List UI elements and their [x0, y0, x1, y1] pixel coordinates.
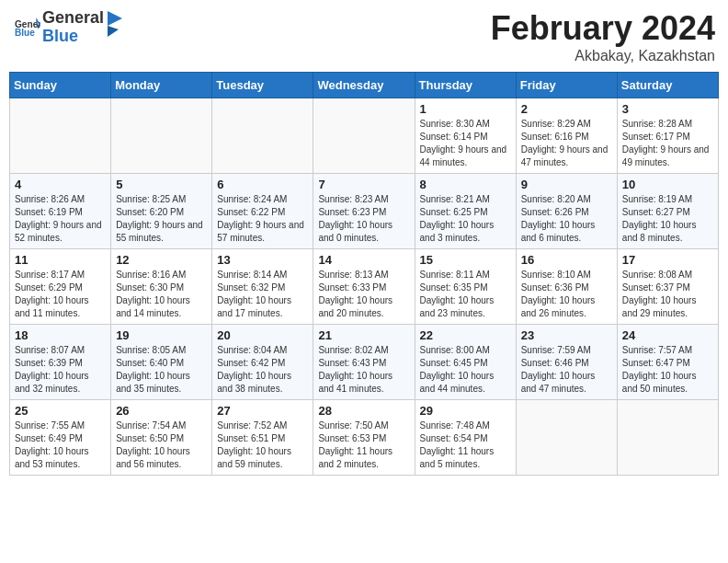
calendar-cell: 28Sunrise: 7:50 AM Sunset: 6:53 PM Dayli… — [313, 400, 415, 476]
calendar-cell: 17Sunrise: 8:08 AM Sunset: 6:37 PM Dayli… — [617, 249, 718, 325]
day-number: 28 — [318, 404, 409, 418]
day-number: 14 — [318, 253, 409, 267]
calendar-cell — [10, 98, 111, 174]
calendar-cell: 5Sunrise: 8:25 AM Sunset: 6:20 PM Daylig… — [111, 174, 212, 249]
day-number: 15 — [420, 253, 511, 267]
day-info: Sunrise: 8:07 AM Sunset: 6:39 PM Dayligh… — [15, 344, 106, 396]
calendar-cell: 24Sunrise: 7:57 AM Sunset: 6:47 PM Dayli… — [617, 325, 718, 400]
day-number: 3 — [622, 102, 713, 116]
day-number: 25 — [15, 404, 106, 418]
calendar-cell — [313, 98, 415, 174]
calendar-cell: 22Sunrise: 8:00 AM Sunset: 6:45 PM Dayli… — [415, 325, 516, 400]
calendar-table: SundayMondayTuesdayWednesdayThursdayFrid… — [9, 72, 719, 476]
day-number: 9 — [521, 178, 612, 191]
day-info: Sunrise: 7:59 AM Sunset: 6:46 PM Dayligh… — [521, 344, 612, 396]
day-info: Sunrise: 8:19 AM Sunset: 6:27 PM Dayligh… — [622, 193, 713, 245]
day-info: Sunrise: 8:16 AM Sunset: 6:30 PM Dayligh… — [116, 269, 207, 320]
day-number: 18 — [15, 328, 106, 342]
calendar-cell: 20Sunrise: 8:04 AM Sunset: 6:42 PM Dayli… — [212, 325, 313, 400]
day-info: Sunrise: 8:17 AM Sunset: 6:29 PM Dayligh… — [15, 269, 106, 320]
calendar-cell: 23Sunrise: 7:59 AM Sunset: 6:46 PM Dayli… — [516, 325, 617, 400]
day-info: Sunrise: 8:13 AM Sunset: 6:33 PM Dayligh… — [318, 269, 409, 320]
month-year-title: February 2024 — [491, 9, 715, 48]
logo: General Blue General Blue — [13, 9, 124, 46]
calendar-cell: 26Sunrise: 7:54 AM Sunset: 6:50 PM Dayli… — [111, 400, 212, 476]
logo-flag-icon — [106, 11, 124, 44]
calendar-week-row: 11Sunrise: 8:17 AM Sunset: 6:29 PM Dayli… — [10, 249, 719, 325]
day-info: Sunrise: 8:14 AM Sunset: 6:32 PM Dayligh… — [217, 269, 308, 320]
calendar-week-row: 18Sunrise: 8:07 AM Sunset: 6:39 PM Dayli… — [10, 325, 719, 400]
calendar-week-row: 25Sunrise: 7:55 AM Sunset: 6:49 PM Dayli… — [10, 400, 719, 476]
day-number: 27 — [217, 404, 308, 418]
day-number: 8 — [420, 178, 511, 191]
day-info: Sunrise: 8:08 AM Sunset: 6:37 PM Dayligh… — [622, 269, 713, 320]
day-number: 12 — [116, 253, 207, 267]
day-info: Sunrise: 8:04 AM Sunset: 6:42 PM Dayligh… — [217, 344, 308, 396]
day-number: 17 — [622, 253, 713, 267]
calendar-cell: 6Sunrise: 8:24 AM Sunset: 6:22 PM Daylig… — [212, 174, 313, 249]
day-number: 23 — [521, 328, 612, 342]
logo-general-text: General — [42, 9, 104, 28]
calendar-cell: 4Sunrise: 8:26 AM Sunset: 6:19 PM Daylig… — [10, 174, 111, 249]
calendar-week-row: 4Sunrise: 8:26 AM Sunset: 6:19 PM Daylig… — [10, 174, 719, 249]
day-number: 22 — [420, 328, 511, 342]
calendar-cell: 21Sunrise: 8:02 AM Sunset: 6:43 PM Dayli… — [313, 325, 415, 400]
day-info: Sunrise: 8:11 AM Sunset: 6:35 PM Dayligh… — [420, 269, 511, 320]
day-info: Sunrise: 7:48 AM Sunset: 6:54 PM Dayligh… — [420, 419, 511, 471]
weekday-header-sunday: Sunday — [10, 73, 111, 98]
calendar-cell: 1Sunrise: 8:30 AM Sunset: 6:14 PM Daylig… — [415, 98, 516, 174]
logo-blue-text: Blue — [42, 28, 104, 46]
day-number: 4 — [15, 178, 106, 191]
day-info: Sunrise: 7:55 AM Sunset: 6:49 PM Dayligh… — [15, 419, 106, 471]
calendar-cell: 13Sunrise: 8:14 AM Sunset: 6:32 PM Dayli… — [212, 249, 313, 325]
calendar-cell: 9Sunrise: 8:20 AM Sunset: 6:26 PM Daylig… — [516, 174, 617, 249]
calendar-cell: 12Sunrise: 8:16 AM Sunset: 6:30 PM Dayli… — [111, 249, 212, 325]
day-number: 21 — [318, 328, 409, 342]
calendar-cell: 19Sunrise: 8:05 AM Sunset: 6:40 PM Dayli… — [111, 325, 212, 400]
day-info: Sunrise: 8:00 AM Sunset: 6:45 PM Dayligh… — [420, 344, 511, 396]
calendar-cell: 16Sunrise: 8:10 AM Sunset: 6:36 PM Dayli… — [516, 249, 617, 325]
calendar-cell: 25Sunrise: 7:55 AM Sunset: 6:49 PM Dayli… — [10, 400, 111, 476]
day-number: 19 — [116, 328, 207, 342]
day-number: 2 — [521, 102, 612, 116]
weekday-header-monday: Monday — [111, 73, 212, 98]
calendar-cell: 10Sunrise: 8:19 AM Sunset: 6:27 PM Dayli… — [617, 174, 718, 249]
day-info: Sunrise: 8:21 AM Sunset: 6:25 PM Dayligh… — [420, 193, 511, 245]
day-number: 7 — [318, 178, 409, 191]
title-block: February 2024 Akbakay, Kazakhstan — [491, 9, 715, 64]
location-subtitle: Akbakay, Kazakhstan — [491, 48, 715, 64]
day-number: 13 — [217, 253, 308, 267]
calendar-cell: 11Sunrise: 8:17 AM Sunset: 6:29 PM Dayli… — [10, 249, 111, 325]
svg-text:Blue: Blue — [15, 28, 35, 38]
calendar-cell — [617, 400, 718, 476]
calendar-week-row: 1Sunrise: 8:30 AM Sunset: 6:14 PM Daylig… — [10, 98, 719, 174]
svg-marker-4 — [108, 11, 122, 26]
day-info: Sunrise: 8:26 AM Sunset: 6:19 PM Dayligh… — [15, 193, 106, 245]
calendar-cell: 29Sunrise: 7:48 AM Sunset: 6:54 PM Dayli… — [415, 400, 516, 476]
day-info: Sunrise: 8:24 AM Sunset: 6:22 PM Dayligh… — [217, 193, 308, 245]
day-info: Sunrise: 7:57 AM Sunset: 6:47 PM Dayligh… — [622, 344, 713, 396]
weekday-header-tuesday: Tuesday — [212, 73, 313, 98]
calendar-cell: 27Sunrise: 7:52 AM Sunset: 6:51 PM Dayli… — [212, 400, 313, 476]
calendar-cell: 2Sunrise: 8:29 AM Sunset: 6:16 PM Daylig… — [516, 98, 617, 174]
day-info: Sunrise: 7:52 AM Sunset: 6:51 PM Dayligh… — [217, 419, 308, 471]
calendar-cell — [111, 98, 212, 174]
day-info: Sunrise: 8:30 AM Sunset: 6:14 PM Dayligh… — [420, 118, 511, 169]
calendar-cell: 8Sunrise: 8:21 AM Sunset: 6:25 PM Daylig… — [415, 174, 516, 249]
day-number: 26 — [116, 404, 207, 418]
calendar-header-row: SundayMondayTuesdayWednesdayThursdayFrid… — [10, 73, 719, 98]
day-info: Sunrise: 8:02 AM Sunset: 6:43 PM Dayligh… — [318, 344, 409, 396]
day-info: Sunrise: 8:25 AM Sunset: 6:20 PM Dayligh… — [116, 193, 207, 245]
calendar-cell: 3Sunrise: 8:28 AM Sunset: 6:17 PM Daylig… — [617, 98, 718, 174]
day-number: 6 — [217, 178, 308, 191]
svg-marker-5 — [108, 26, 119, 37]
day-info: Sunrise: 7:54 AM Sunset: 6:50 PM Dayligh… — [116, 419, 207, 471]
day-number: 5 — [116, 178, 207, 191]
day-number: 29 — [420, 404, 511, 418]
logo-icon: General Blue — [15, 15, 40, 40]
weekday-header-wednesday: Wednesday — [313, 73, 415, 98]
calendar-cell: 15Sunrise: 8:11 AM Sunset: 6:35 PM Dayli… — [415, 249, 516, 325]
calendar-cell: 18Sunrise: 8:07 AM Sunset: 6:39 PM Dayli… — [10, 325, 111, 400]
day-number: 16 — [521, 253, 612, 267]
calendar-cell — [212, 98, 313, 174]
